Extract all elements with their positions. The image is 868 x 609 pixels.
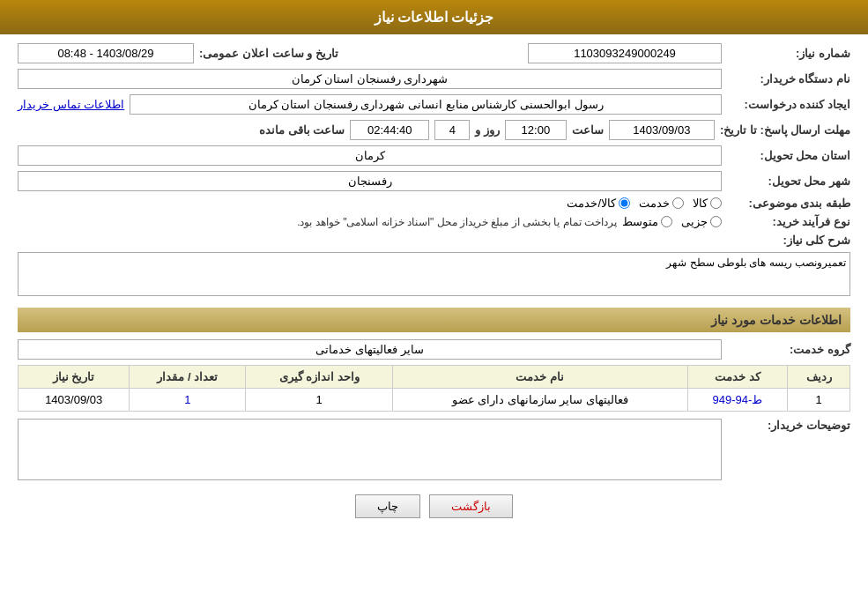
category-option-khedmat: خدمت — [639, 197, 684, 210]
services-table-body: 1ط-94-949فعالیتهای سایر سازمانهای دارای … — [19, 389, 850, 412]
province-value: کرمان — [18, 145, 722, 166]
service-group-row: گروه خدمت: سایر فعالیتهای خدماتی — [18, 339, 850, 360]
col-name: نام خدمت — [392, 366, 687, 389]
service-group-label: گروه خدمت: — [727, 343, 850, 356]
back-button[interactable]: بازگشت — [429, 494, 513, 518]
city-label: شهر محل تحویل: — [727, 175, 850, 188]
deadline-date-value: 1403/09/03 — [609, 120, 715, 140]
col-row: ردیف — [788, 366, 850, 389]
deadline-days-value: 4 — [434, 120, 470, 140]
purchase-radio-motawaset[interactable] — [661, 216, 672, 227]
deadline-days-label: روز و — [475, 123, 500, 137]
print-button[interactable]: چاپ — [355, 494, 420, 518]
services-table-header-row: ردیف کد خدمت نام خدمت واحد اندازه گیری ت… — [19, 366, 850, 389]
need-desc-textarea[interactable] — [18, 252, 850, 296]
creator-value: رسول ابوالحسنی کارشناس منابع انسانی شهرد… — [130, 94, 722, 115]
purchase-label-motawaset: متوسط — [622, 215, 658, 228]
province-row: استان محل تحویل: کرمان — [18, 145, 850, 166]
buyer-notes-row: توضیحات خریدار: — [18, 419, 850, 480]
category-radio-kala-khedmat[interactable] — [619, 197, 630, 209]
purchase-type-label: نوع فرآیند خرید: — [727, 215, 850, 228]
category-label: طبقه بندی موضوعی: — [727, 197, 850, 210]
buyer-notes-label: توضیحات خریدار: — [727, 419, 850, 432]
services-table: ردیف کد خدمت نام خدمت واحد اندازه گیری ت… — [18, 365, 850, 412]
category-radio-group: کالا خدمت کالا/خدمت — [567, 197, 722, 210]
service-group-value: سایر فعالیتهای خدماتی — [18, 339, 722, 360]
purchase-radio-jozi[interactable] — [710, 216, 722, 227]
deadline-label: مهلت ارسال پاسخ: تا تاریخ: — [720, 123, 850, 137]
page-title: جزئیات اطلاعات نیاز — [375, 10, 494, 25]
buttons-row: بازگشت چاپ — [18, 494, 850, 518]
table-cell-quantity: 1 — [130, 389, 246, 412]
province-label: استان محل تحویل: — [727, 149, 850, 162]
table-cell-code: ط-94-949 — [687, 389, 788, 412]
need-number-value: 1103093249000249 — [528, 43, 722, 63]
deadline-time-label: ساعت — [572, 123, 604, 137]
category-option-kala: کالا — [693, 197, 722, 210]
col-code: کد خدمت — [687, 366, 788, 389]
col-date: تاریخ نیاز — [19, 366, 130, 389]
purchase-option-motawaset: متوسط — [622, 215, 672, 228]
city-value: رفسنجان — [18, 171, 722, 191]
creator-row: ایجاد کننده درخواست: رسول ابوالحسنی کارش… — [18, 94, 850, 115]
services-section-header: اطلاعات خدمات مورد نیاز — [18, 308, 850, 332]
table-cell-date: 1403/09/03 — [19, 389, 130, 412]
need-desc-row: شرح کلی نیاز: — [18, 234, 850, 247]
purchase-type-radio-group: جزیی متوسط — [622, 215, 722, 228]
announce-datetime-value: 1403/08/29 - 08:48 — [18, 43, 194, 63]
need-number-row: شماره نیاز: 1103093249000249 تاریخ و ساع… — [18, 43, 850, 63]
buyer-name-label: نام دستگاه خریدار: — [727, 72, 850, 85]
creator-label: ایجاد کننده درخواست: — [727, 98, 850, 111]
announce-datetime-label: تاریخ و ساعت اعلان عمومی: — [199, 47, 338, 60]
category-label-kala-khedmat: کالا/خدمت — [567, 197, 616, 210]
purchase-type-row: نوع فرآیند خرید: جزیی متوسط پرداخت تمام … — [18, 215, 850, 228]
category-label-kala: کالا — [693, 197, 708, 210]
table-cell-unit: 1 — [246, 389, 393, 412]
need-desc-area — [18, 252, 850, 299]
need-number-label: شماره نیاز: — [727, 47, 850, 60]
purchase-label-jozi: جزیی — [681, 215, 708, 228]
buyer-name-value: شهرداری رفسنجان استان کرمان — [18, 69, 722, 89]
services-table-header: ردیف کد خدمت نام خدمت واحد اندازه گیری ت… — [19, 366, 850, 389]
col-unit: واحد اندازه گیری — [246, 366, 393, 389]
table-cell-row: 1 — [788, 389, 850, 412]
category-radio-khedmat[interactable] — [672, 197, 684, 209]
buyer-name-row: نام دستگاه خریدار: شهرداری رفسنجان استان… — [18, 69, 850, 89]
buyer-notes-textarea[interactable] — [18, 419, 722, 480]
page-header: جزئیات اطلاعات نیاز — [0, 0, 868, 34]
city-row: شهر محل تحویل: رفسنجان — [18, 171, 850, 191]
category-label-khedmat: خدمت — [639, 197, 670, 210]
deadline-time-value: 12:00 — [505, 120, 567, 140]
content-area: شماره نیاز: 1103093249000249 تاریخ و ساع… — [0, 34, 868, 545]
table-cell-name: فعالیتهای سایر سازمانهای دارای عضو — [392, 389, 687, 412]
deadline-row: مهلت ارسال پاسخ: تا تاریخ: 1403/09/03 سا… — [18, 120, 850, 140]
deadline-remaining-value: 02:44:40 — [350, 120, 429, 140]
deadline-remaining-label: ساعت باقی مانده — [259, 123, 345, 137]
need-desc-label: شرح کلی نیاز: — [727, 234, 850, 247]
category-radio-kala[interactable] — [710, 197, 722, 209]
purchase-note: پرداخت تمام یا بخشی از مبلغ خریداز محل "… — [297, 216, 617, 228]
purchase-option-jozi: جزیی — [681, 215, 722, 228]
category-row: طبقه بندی موضوعی: کالا خدمت کالا/خدمت — [18, 197, 850, 210]
page-wrapper: جزئیات اطلاعات نیاز شماره نیاز: 11030932… — [0, 0, 868, 609]
col-quantity: تعداد / مقدار — [130, 366, 246, 389]
category-option-kala-khedmat: کالا/خدمت — [567, 197, 630, 210]
creator-contact-link[interactable]: اطلاعات تماس خریدار — [18, 98, 124, 111]
table-row: 1ط-94-949فعالیتهای سایر سازمانهای دارای … — [19, 389, 850, 412]
